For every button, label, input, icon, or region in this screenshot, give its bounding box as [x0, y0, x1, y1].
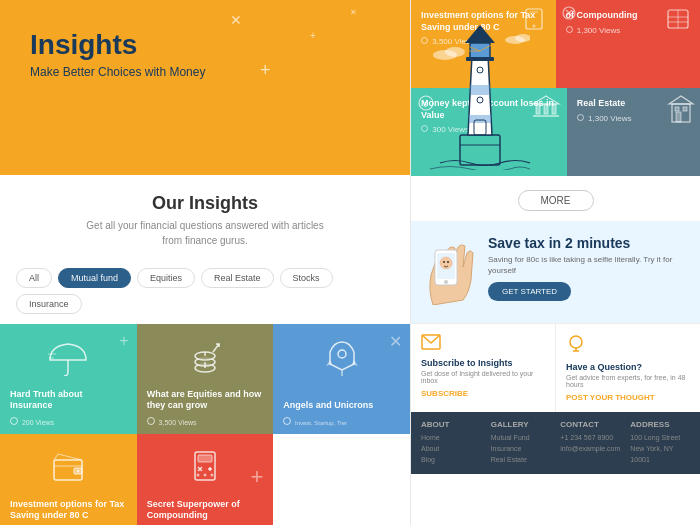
card-compounding[interactable]: + Secret Superpower of Compounding — [137, 434, 274, 525]
svg-marker-48 — [533, 96, 559, 104]
svg-rect-51 — [552, 104, 556, 114]
right-card-realestate[interactable]: Real Estate 1,300 Views — [567, 88, 700, 176]
svg-rect-49 — [536, 104, 540, 114]
svg-line-21 — [213, 344, 219, 352]
card-views-equities: 3,500 Views — [147, 417, 197, 426]
deco-plus-2: ✕ — [389, 332, 402, 351]
svg-rect-0 — [460, 135, 500, 165]
svg-text:$: $ — [423, 100, 428, 109]
rocket-icon — [320, 338, 364, 380]
calculator-icon — [183, 448, 227, 490]
main-content: Our Insights Get all your financial ques… — [0, 175, 410, 525]
svg-point-62 — [444, 280, 448, 284]
svg-marker-56 — [669, 96, 693, 104]
get-started-button[interactable]: GET STARTED — [488, 282, 571, 301]
big-plus-icon: + — [250, 464, 263, 490]
umbrella-icon — [46, 338, 90, 380]
svg-rect-30 — [198, 455, 212, 462]
save-tax-section: Save tax in 2 minutes Saving for 80c is … — [411, 221, 700, 323]
more-section: MORE — [411, 176, 700, 221]
wallet-icon — [46, 448, 90, 490]
svg-point-37 — [210, 474, 213, 477]
svg-rect-59 — [675, 107, 679, 111]
card-title-tax: Investment options for Tax Saving under … — [10, 499, 127, 522]
cards-grid: + Hard Truth about Insurance 200 Views — [0, 324, 410, 525]
envelope-icon — [421, 334, 545, 354]
save-tax-content: Save tax in 2 minutes Saving for 80c is … — [488, 235, 688, 301]
coins-icon — [183, 338, 227, 380]
svg-point-67 — [570, 336, 582, 348]
hero-subtitle: Make Better Choices with Money — [30, 65, 670, 79]
save-tax-title: Save tax in 2 minutes — [488, 235, 688, 251]
subscribe-title: Subscribe to Insights — [421, 358, 545, 368]
filter-insurance[interactable]: Insurance — [16, 294, 82, 314]
svg-point-65 — [447, 261, 449, 263]
right-footer: ABOUT Home About Blog GALLERY Mutual Fun… — [411, 412, 700, 474]
footer-about: ABOUT Home About Blog — [421, 420, 481, 466]
insights-subtitle: Get all your financial questions answere… — [20, 218, 390, 248]
card-insurance[interactable]: + Hard Truth about Insurance 200 Views — [0, 324, 137, 434]
hero-title: Insights — [30, 30, 670, 61]
building-icon — [666, 94, 696, 128]
card-title-compounding: Secret Superpower of Compounding — [147, 499, 264, 522]
footer-contact: CONTACT +1 234 567 8900 info@example.com — [560, 420, 620, 466]
question-card: Have a Question? Get advice from experts… — [556, 324, 700, 412]
svg-rect-50 — [544, 104, 548, 114]
card-tags-angels: Invest, Startup, Tier — [283, 417, 400, 426]
lightbulb-icon — [566, 334, 690, 358]
deco-plus: + — [119, 332, 128, 350]
question-title: Have a Question? — [566, 362, 690, 372]
svg-point-35 — [196, 474, 199, 477]
filter-mutual-fund[interactable]: Mutual fund — [58, 268, 131, 288]
filter-equities[interactable]: Equities — [137, 268, 195, 288]
footer-gallery: GALLERY Mutual Fund Insurance Real Estat… — [491, 420, 551, 466]
question-sub: Get advice from experts, for free, in 48… — [566, 374, 690, 388]
card-equities[interactable]: What are Equities and how they can grow … — [137, 324, 274, 434]
insights-title: Our Insights — [20, 193, 390, 214]
card-tax-saving[interactable]: Investment options for Tax Saving under … — [0, 434, 137, 525]
filter-tabs: All Mutual fund Equities Real Estate Sto… — [0, 258, 410, 324]
subscribe-sub: Get dose of Insight delivered to your in… — [421, 370, 545, 384]
filter-real-estate[interactable]: Real Estate — [201, 268, 274, 288]
footer-address: ADDRESS 100 Long Street New York, NY 100… — [630, 420, 690, 466]
filter-stocks[interactable]: Stocks — [280, 268, 333, 288]
svg-rect-58 — [683, 107, 687, 111]
more-button[interactable]: MORE — [518, 190, 594, 211]
svg-point-36 — [203, 474, 206, 477]
svg-point-24 — [338, 350, 346, 358]
save-tax-subtitle: Saving for 80c is like taking a selfie l… — [488, 254, 688, 276]
question-link[interactable]: POST YOUR THOUGHT — [566, 393, 690, 402]
bottom-row: Subscribe to Insights Get dose of Insigh… — [411, 323, 700, 412]
card-title-angels: Angels and Unicrons — [283, 400, 400, 412]
card-angels[interactable]: ✕ Angels and Unicrons Invest, Startup, T… — [273, 324, 410, 434]
card-title-equities: What are Equities and how they can grow — [147, 389, 264, 412]
subscribe-card: Subscribe to Insights Get dose of Insigh… — [411, 324, 556, 412]
subscribe-link[interactable]: SUBSCRIBE — [421, 389, 545, 398]
phone-hand-illustration — [423, 235, 478, 309]
svg-rect-57 — [676, 112, 681, 122]
insights-section: Our Insights Get all your financial ques… — [0, 175, 410, 258]
bank-icon — [531, 94, 561, 122]
card-views-insurance: 200 Views — [10, 417, 54, 426]
svg-point-28 — [77, 470, 80, 473]
svg-point-64 — [443, 261, 445, 263]
filter-all[interactable]: All — [16, 268, 52, 288]
card-title-insurance: Hard Truth about Insurance — [10, 389, 127, 412]
